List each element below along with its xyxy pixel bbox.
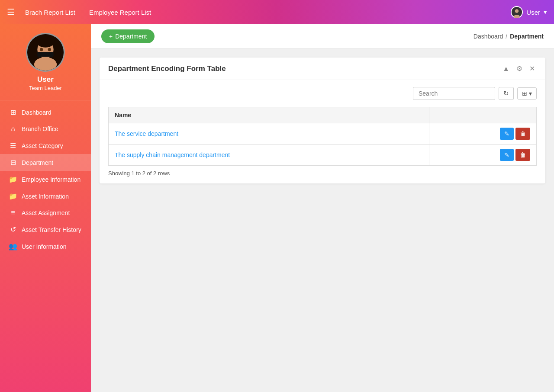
sidebar-item-asset-information[interactable]: 📁Asset Information xyxy=(0,188,91,205)
department-card: Department Encoding Form Table ▲ ⚙ ✕ ↻ ⊞ xyxy=(100,58,545,183)
sidebar-item-label-asset-category: Asset Category xyxy=(22,142,63,149)
add-department-button[interactable]: + Department xyxy=(101,29,155,43)
asset-information-icon: 📁 xyxy=(9,192,17,200)
breadcrumb-home[interactable]: Dashboard xyxy=(473,33,503,40)
table-row: The service department✎🗑 xyxy=(109,123,537,145)
asset-category-icon: ☰ xyxy=(9,141,17,150)
sidebar-item-dashboard[interactable]: ⊞Dashboard xyxy=(0,104,91,121)
card-header: Department Encoding Form Table ▲ ⚙ ✕ xyxy=(100,58,545,80)
sidebar-item-asset-transfer-history[interactable]: ↺Asset Transfer History xyxy=(0,221,91,238)
card-body: ↻ ⊞ ▾ Name The service department✎🗑The s… xyxy=(100,80,545,183)
navbar-link-employee-report-list[interactable]: Employee Report List xyxy=(89,9,151,16)
department-table: Name The service department✎🗑The supply … xyxy=(108,107,537,166)
svg-point-9 xyxy=(48,48,51,51)
asset-transfer-history-icon: ↺ xyxy=(9,225,17,234)
edit-button[interactable]: ✎ xyxy=(500,149,514,161)
main-layout: User Team Leader ⊞Dashboard⌂Branch Offic… xyxy=(0,24,554,392)
sidebar-username: User xyxy=(37,75,54,84)
dashboard-icon: ⊞ xyxy=(9,108,17,116)
plus-icon: + xyxy=(109,33,113,40)
row-name-link[interactable]: The supply chain management department xyxy=(115,151,230,158)
add-button-label: Department xyxy=(115,33,147,40)
svg-rect-6 xyxy=(37,52,53,57)
columns-button[interactable]: ⊞ ▾ xyxy=(517,87,537,100)
user-label: User xyxy=(526,9,540,16)
navbar: ☰ Brach Report ListEmployee Report List … xyxy=(0,0,554,24)
hamburger-icon[interactable]: ☰ xyxy=(7,7,15,17)
branch-office-icon: ⌂ xyxy=(9,125,17,133)
sidebar-item-user-information[interactable]: 👥User Information xyxy=(0,238,91,255)
sidebar-divider xyxy=(0,100,91,100)
sidebar-item-branch-office[interactable]: ⌂Branch Office xyxy=(0,121,91,137)
svg-point-5 xyxy=(34,57,57,72)
refresh-icon: ↻ xyxy=(503,90,509,97)
sidebar-item-label-asset-assignment: Asset Assignment xyxy=(22,209,70,216)
user-information-icon: 👥 xyxy=(9,242,17,251)
breadcrumb-separator: / xyxy=(506,33,507,40)
table-footer: Showing 1 to 2 of 2 rows xyxy=(108,166,537,177)
sidebar-item-label-department: Department xyxy=(22,159,53,166)
navbar-link-branch-report-list[interactable]: Brach Report List xyxy=(25,9,75,16)
breadcrumb-current: Department xyxy=(510,33,544,40)
sidebar-item-label-asset-information: Asset Information xyxy=(22,193,69,200)
column-header-name: Name xyxy=(109,107,429,123)
sidebar: User Team Leader ⊞Dashboard⌂Branch Offic… xyxy=(0,24,91,392)
svg-point-7 xyxy=(36,35,54,48)
navbar-links: Brach Report ListEmployee Report List xyxy=(25,9,511,16)
chevron-down-icon: ▾ xyxy=(544,8,547,16)
sidebar-item-label-branch-office: Branch Office xyxy=(22,125,58,132)
sidebar-item-label-user-information: User Information xyxy=(22,243,66,250)
sidebar-item-label-asset-transfer-history: Asset Transfer History xyxy=(22,226,81,233)
table-toolbar: ↻ ⊞ ▾ xyxy=(108,87,537,100)
content-area: + Department Dashboard / Department Depa… xyxy=(91,24,554,392)
sidebar-nav: ⊞Dashboard⌂Branch Office☰Asset Category⊟… xyxy=(0,104,91,255)
department-icon: ⊟ xyxy=(9,158,17,167)
settings-button[interactable]: ⚙ xyxy=(515,64,524,74)
row-actions-cell: ✎🗑 xyxy=(429,123,536,145)
column-header-actions xyxy=(429,107,536,123)
svg-point-1 xyxy=(515,9,519,13)
user-menu[interactable]: User ▾ xyxy=(511,6,547,18)
row-name-cell: The service department xyxy=(109,123,429,145)
columns-chevron-icon: ▾ xyxy=(529,90,532,97)
breadcrumb-bar: + Department Dashboard / Department xyxy=(91,24,554,49)
row-name-link[interactable]: The service department xyxy=(115,130,178,137)
delete-button[interactable]: 🗑 xyxy=(515,149,530,161)
delete-button[interactable]: 🗑 xyxy=(515,128,530,140)
sidebar-item-label-dashboard: Dashboard xyxy=(22,109,52,116)
card-header-actions: ▲ ⚙ ✕ xyxy=(501,64,537,74)
grid-icon: ⊞ xyxy=(522,90,527,97)
sidebar-item-label-employee-information: Employee Information xyxy=(22,176,81,183)
sidebar-role: Team Leader xyxy=(29,85,62,91)
sidebar-item-department[interactable]: ⊟Department xyxy=(0,154,91,171)
sidebar-item-employee-information[interactable]: 📁Employee Information xyxy=(0,171,91,188)
user-avatar-icon xyxy=(511,6,523,18)
sidebar-item-asset-assignment[interactable]: ≡Asset Assignment xyxy=(0,205,91,221)
search-input[interactable] xyxy=(413,87,495,100)
asset-assignment-icon: ≡ xyxy=(9,209,17,217)
breadcrumb: Dashboard / Department xyxy=(473,33,544,40)
edit-button[interactable]: ✎ xyxy=(500,128,514,140)
card-title: Department Encoding Form Table xyxy=(108,64,226,73)
row-actions-cell: ✎🗑 xyxy=(429,145,536,166)
refresh-button[interactable]: ↻ xyxy=(499,87,514,100)
collapse-button[interactable]: ▲ xyxy=(501,64,511,74)
sidebar-item-asset-category[interactable]: ☰Asset Category xyxy=(0,137,91,154)
table-row: The supply chain management department✎🗑 xyxy=(109,145,537,166)
avatar xyxy=(26,33,65,72)
svg-point-8 xyxy=(40,48,43,51)
employee-information-icon: 📁 xyxy=(9,175,17,183)
row-name-cell: The supply chain management department xyxy=(109,145,429,166)
close-button[interactable]: ✕ xyxy=(528,64,537,74)
